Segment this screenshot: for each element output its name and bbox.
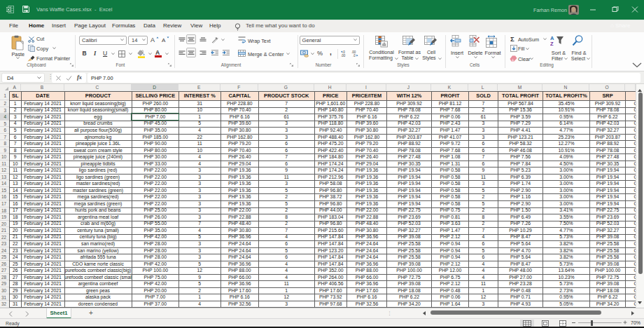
- svg-text:Z: Z: [550, 41, 554, 46]
- svg-text:.0: .0: [342, 50, 345, 53]
- svg-text:.00: .00: [351, 50, 356, 53]
- svg-text:.0: .0: [353, 54, 356, 57]
- svg-text:.00: .00: [341, 54, 346, 57]
